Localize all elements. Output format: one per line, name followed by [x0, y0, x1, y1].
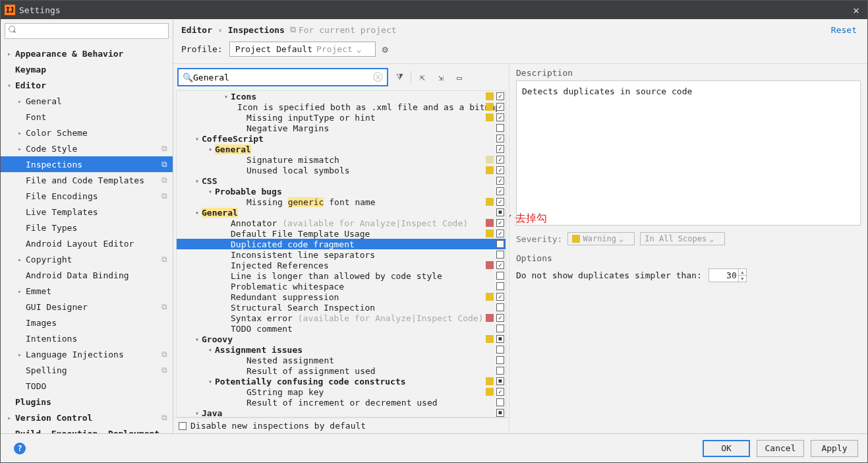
- sidebar-item-intentions[interactable]: Intentions: [1, 330, 173, 346]
- sidebar-item-copyright[interactable]: ▸Copyright⧉: [1, 251, 173, 267]
- inspection-row[interactable]: ▾CSS: [177, 175, 506, 186]
- inspection-checkbox[interactable]: [496, 92, 504, 100]
- inspection-row[interactable]: Injected References: [177, 260, 506, 270]
- inspection-checkbox[interactable]: [496, 377, 504, 385]
- inspection-row[interactable]: Unused local symbols: [177, 165, 506, 175]
- threshold-stepper[interactable]: 30 ▲▼: [709, 268, 747, 282]
- inspection-row[interactable]: Missing generic font name: [177, 197, 506, 207]
- sidebar-item-build-execution-deployment[interactable]: Build, Execution, Deployment: [1, 425, 173, 433]
- sidebar-item-color-scheme[interactable]: ▸Color Scheme: [1, 125, 173, 140]
- inspection-row[interactable]: ▾General: [177, 207, 506, 218]
- profile-select[interactable]: Project Default Project ⌄: [229, 42, 376, 57]
- sidebar-item-android-layout-editor[interactable]: Android Layout Editor: [1, 235, 173, 251]
- inspection-checkbox[interactable]: [496, 208, 504, 216]
- inspection-row[interactable]: ▾Assignment issues: [177, 344, 506, 355]
- inspection-checkbox[interactable]: [496, 409, 504, 417]
- inspection-checkbox[interactable]: [496, 388, 504, 396]
- sidebar-item-appearance-behavior[interactable]: ▸Appearance & Behavior: [1, 46, 173, 61]
- inspection-checkbox[interactable]: [496, 282, 504, 290]
- reset-link[interactable]: Reset: [831, 25, 857, 35]
- inspection-checkbox[interactable]: [496, 398, 504, 406]
- apply-button[interactable]: Apply: [811, 440, 858, 457]
- inspection-search-input[interactable]: [193, 73, 373, 82]
- inspection-row[interactable]: Inconsistent line separators: [177, 249, 506, 260]
- inspection-row[interactable]: Syntax error (available for Analyze|Insp…: [177, 313, 506, 323]
- inspection-row[interactable]: Negative Margins: [177, 123, 506, 133]
- inspection-row[interactable]: Result of increment or decrement used: [177, 397, 506, 408]
- inspection-checkbox[interactable]: [496, 124, 504, 132]
- inspection-row[interactable]: ▾Probable bugs: [177, 186, 506, 197]
- inspection-checkbox[interactable]: [496, 367, 504, 375]
- sidebar-item-spelling[interactable]: Spelling⧉: [1, 362, 173, 378]
- inspection-row[interactable]: ▾Groovy: [177, 334, 506, 344]
- inspection-checkbox[interactable]: [496, 240, 504, 248]
- inspection-checkbox[interactable]: [496, 103, 504, 111]
- inspection-checkbox[interactable]: [496, 145, 504, 153]
- spin-up-icon[interactable]: ▲: [739, 269, 746, 276]
- inspection-checkbox[interactable]: [496, 335, 504, 343]
- inspection-checkbox[interactable]: [496, 177, 504, 185]
- inspection-row[interactable]: Duplicated code fragment: [177, 239, 506, 249]
- inspection-row[interactable]: ▾Java: [177, 408, 506, 417]
- inspection-row[interactable]: ▾Potentially confusing code constructs: [177, 376, 506, 386]
- inspection-row[interactable]: Problematic whitespace: [177, 281, 506, 292]
- gear-icon[interactable]: ⚙: [382, 44, 388, 55]
- inspection-row[interactable]: ▾CoffeeScript: [177, 133, 506, 144]
- sidebar-item-file-encodings[interactable]: File Encodings⧉: [1, 188, 173, 204]
- inspection-checkbox[interactable]: [496, 272, 504, 280]
- inspection-row[interactable]: GString map key: [177, 386, 506, 397]
- ok-button[interactable]: OK: [703, 440, 750, 457]
- inspection-row[interactable]: Missing inputType or hint: [177, 112, 506, 123]
- sidebar-item-file-and-code-templates[interactable]: File and Code Templates⧉: [1, 172, 173, 188]
- inspection-checkbox[interactable]: [496, 219, 504, 227]
- inspection-checkbox[interactable]: [496, 303, 504, 311]
- inspection-checkbox[interactable]: [496, 261, 504, 269]
- sidebar-item-live-templates[interactable]: Live Templates: [1, 204, 173, 220]
- disable-new-checkbox[interactable]: [179, 422, 187, 430]
- severity-select[interactable]: Warning ⌄: [567, 232, 635, 245]
- sidebar-item-code-style[interactable]: ▸Code Style⧉: [1, 140, 173, 156]
- help-icon[interactable]: ?: [14, 443, 26, 454]
- inspection-row[interactable]: Signature mismatch: [177, 154, 506, 165]
- inspection-checkbox[interactable]: [496, 314, 504, 322]
- inspection-checkbox[interactable]: [496, 356, 504, 364]
- inspection-row[interactable]: Nested assignment: [177, 355, 506, 365]
- inspection-checkbox[interactable]: [496, 156, 504, 164]
- cancel-button[interactable]: Cancel: [757, 440, 804, 457]
- sidebar-item-emmet[interactable]: ▸Emmet: [1, 283, 173, 299]
- sidebar-item-images[interactable]: Images: [1, 315, 173, 330]
- spin-down-icon[interactable]: ▼: [739, 276, 746, 282]
- inspection-checkbox[interactable]: [496, 187, 504, 195]
- inspection-checkbox[interactable]: [496, 251, 504, 259]
- inspection-row[interactable]: Icon is specified both as .xml file and …: [177, 102, 506, 112]
- inspection-checkbox[interactable]: [496, 346, 504, 354]
- scope-select[interactable]: In All Scopes ⌄: [640, 232, 725, 245]
- sidebar-item-inspections[interactable]: Inspections⧉: [1, 156, 173, 172]
- inspection-row[interactable]: ▾Icons: [177, 91, 506, 102]
- inspection-checkbox[interactable]: [496, 113, 504, 121]
- inspection-row[interactable]: Annotator (available for Analyze|Inspect…: [177, 218, 506, 228]
- inspection-checkbox[interactable]: [496, 293, 504, 301]
- inspection-checkbox[interactable]: [496, 198, 504, 206]
- sidebar-item-plugins[interactable]: Plugins: [1, 394, 173, 410]
- sidebar-item-editor[interactable]: ▾Editor: [1, 77, 173, 93]
- sidebar-item-language-injections[interactable]: ▸Language Injections⧉: [1, 346, 173, 362]
- window-close-button[interactable]: ✕: [849, 4, 863, 16]
- inspection-row[interactable]: ▾General: [177, 144, 506, 154]
- sidebar-item-font[interactable]: Font: [1, 109, 173, 125]
- inspection-row[interactable]: TODO comment: [177, 323, 506, 334]
- collapse-all-icon[interactable]: ⇲: [434, 70, 448, 84]
- inspection-checkbox[interactable]: [496, 230, 504, 237]
- inspection-checkbox[interactable]: [496, 324, 504, 332]
- inspection-row[interactable]: Redundant suppression: [177, 292, 506, 302]
- expand-all-icon[interactable]: ⇱: [415, 70, 430, 84]
- filter-icon[interactable]: ⧩: [392, 70, 407, 84]
- sidebar-item-version-control[interactable]: ▸Version Control⧉: [1, 410, 173, 425]
- sidebar-item-todo[interactable]: TODO: [1, 378, 173, 394]
- inspection-row[interactable]: Default File Template Usage: [177, 228, 506, 239]
- inspection-row[interactable]: Structural Search Inspection: [177, 302, 506, 313]
- sidebar-item-gui-designer[interactable]: GUI Designer⧉: [1, 299, 173, 315]
- inspection-row[interactable]: Result of assignment used: [177, 365, 506, 376]
- inspection-search[interactable]: 🔍 ⓧ: [177, 68, 388, 86]
- sidebar-item-file-types[interactable]: File Types: [1, 220, 173, 235]
